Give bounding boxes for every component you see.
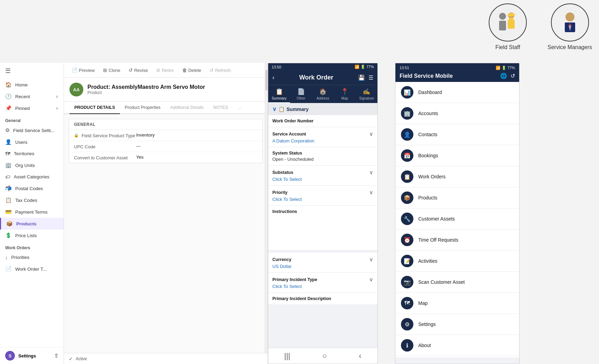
work-orders-section-label: Work Orders <box>0 241 64 252</box>
sidebar-item-pinned[interactable]: 📌 Pinned ∨ <box>0 102 64 114</box>
currency-dropdown[interactable]: ∨ <box>369 256 373 263</box>
revise-icon: ↺ <box>129 67 133 73</box>
fsm-nav-activities[interactable]: 📝 Activities <box>395 251 519 272</box>
sidebar-item-tax-codes[interactable]: 📋 Tax Codes <box>0 194 64 206</box>
refresh-button[interactable]: ↺ Refresh <box>206 66 234 75</box>
bottom-nav-menu[interactable]: ||| <box>284 352 290 361</box>
svg-rect-1 <box>499 21 506 30</box>
fsm-nav-accounts[interactable]: 🏢 Accounts <box>395 103 519 124</box>
fsm-products-icon: 📦 <box>404 195 411 201</box>
sidebar-item-work-order-types[interactable]: 📄 Work Order T... <box>0 263 64 275</box>
sidebar-settings-footer[interactable]: S Settings ⇧ <box>0 347 64 364</box>
sidebar-item-org-units[interactable]: 🏢 Org Units <box>0 159 64 171</box>
nav-tab-address[interactable]: 🏠 Address <box>312 85 334 103</box>
sidebar-item-home[interactable]: 🏠 Home <box>0 79 64 91</box>
sidebar-item-territories[interactable]: 🗺 Territories <box>0 148 64 159</box>
fsm-nav-settings[interactable]: ⚙ Settings <box>395 314 519 335</box>
fsm-nav-dashboard[interactable]: 📊 Dashboard <box>395 82 519 103</box>
status-text: Active <box>76 356 87 361</box>
fsm-nav-work-orders[interactable]: 📋 Work Orders <box>395 166 519 187</box>
tab-product-details[interactable]: PRODUCT DETAILS <box>69 102 120 114</box>
fsm-globe-icon[interactable]: 🌐 <box>500 73 507 79</box>
priority-dropdown[interactable]: ∨ <box>369 189 373 196</box>
work-order-mobile-screen: 13:50 📶 🔋 77% ‹ Work Order 💾 ☰ 📋 Summary… <box>268 63 378 364</box>
accounts-icon-circle: 🏢 <box>401 107 413 120</box>
scrollbar-thumb[interactable] <box>265 70 268 91</box>
personas-section: Field Staff Service Managers <box>489 3 592 54</box>
bookings-icon: 📅 <box>404 152 411 159</box>
field-staff-avatar <box>489 3 527 41</box>
fsm-refresh-icon[interactable]: ↺ <box>511 73 515 79</box>
delete-button[interactable]: 🗑 Delete <box>179 66 205 75</box>
menu-icon[interactable]: ☰ <box>368 74 373 81</box>
clone-icon: ⊞ <box>103 67 107 73</box>
service-account-field[interactable]: Service Account ∨ A Datum Corporation <box>268 127 377 147</box>
dashboard-icon-circle: 📊 <box>401 86 413 99</box>
sidebar-item-priorities[interactable]: ↓ Priorities <box>0 252 64 263</box>
sidebar-item-products[interactable]: 📦 Products <box>0 218 64 230</box>
svg-point-0 <box>499 13 506 20</box>
work-order-header: ‹ Work Order 💾 ☰ <box>268 71 377 85</box>
primary-incident-type-field[interactable]: Primary Incident Type ∨ Click To Select <box>268 273 377 293</box>
retire-button[interactable]: ⊘ Retire <box>153 66 177 75</box>
price-lists-icon: 💲 <box>5 232 12 239</box>
primary-incident-dropdown[interactable]: ∨ <box>369 276 373 283</box>
tab-additional-details[interactable]: Additional Details <box>165 102 208 114</box>
service-account-dropdown[interactable]: ∨ <box>369 131 373 137</box>
field-row-convert-asset: Convert to Customer Asset Yes <box>69 152 262 163</box>
summary-section-header: ∨ 📋 Summary <box>268 103 377 115</box>
preview-button[interactable]: 📄 Preview <box>68 66 98 75</box>
fsm-nav-bookings[interactable]: 📅 Bookings <box>395 145 519 166</box>
bottom-nav-back[interactable]: ‹ <box>359 352 361 361</box>
hamburger-menu[interactable]: ☰ <box>0 63 64 79</box>
nav-tab-other[interactable]: 📄 Other <box>290 85 312 103</box>
work-orders-icon-circle: 📋 <box>401 170 413 183</box>
fsm-nav-map[interactable]: 🗺 Map <box>395 293 519 314</box>
fsm-nav-products[interactable]: 📦 Products <box>395 187 519 208</box>
svg-rect-3 <box>508 20 515 29</box>
tab-notes[interactable]: NOTES <box>208 102 233 114</box>
sidebar-item-payment-terms[interactable]: 💳 Payment Terms <box>0 206 64 218</box>
instructions-label: Instructions <box>268 206 377 215</box>
fsm-nav-scan-customer-asset[interactable]: 📷 Scan Customer Asset <box>395 272 519 293</box>
revise-button[interactable]: ↺ Revise <box>125 66 151 75</box>
currency-field[interactable]: Currency ∨ US Dollar <box>268 253 377 273</box>
about-icon: ℹ <box>406 342 408 349</box>
sidebar-item-users[interactable]: 👤 Users <box>0 136 64 148</box>
mobile-signal: 📶 🔋 77% <box>355 65 374 69</box>
fsm-status-bar: 13:51 📶 🔋 77% <box>400 65 515 71</box>
sidebar-item-field-service-settings[interactable]: ⚙ Field Service Setti... <box>0 124 64 136</box>
time-off-icon-circle: ⏰ <box>401 234 413 246</box>
back-button[interactable]: ‹ <box>272 74 274 81</box>
sidebar-item-recent[interactable]: 🕐 Recent ∨ <box>0 91 64 102</box>
fsm-nav-customer-assets[interactable]: 🔧 Customer Assets <box>395 208 519 230</box>
fsm-nav-feedback[interactable]: 💬 Feedback <box>395 356 519 357</box>
tab-product-properties[interactable]: Product Properties <box>120 102 166 114</box>
substatus-field[interactable]: Substatus ∨ Click To Select <box>268 166 377 186</box>
sidebar-item-price-lists[interactable]: 💲 Price Lists <box>0 230 64 241</box>
nav-tab-signature[interactable]: ✍ Signature <box>356 85 377 103</box>
scrollbar[interactable] <box>265 63 268 364</box>
record-title: Product: AssemblyMaestro Arm Servo Motor <box>87 84 205 90</box>
priority-field[interactable]: Priority ∨ Click To Select <box>268 186 377 206</box>
bottom-nav-home[interactable]: ○ <box>322 352 327 361</box>
activities-icon: 📝 <box>404 258 411 264</box>
save-icon[interactable]: 💾 <box>358 74 365 81</box>
nav-tab-summary[interactable]: 📋 Summary <box>268 85 290 103</box>
sidebar-item-postal-codes[interactable]: 📬 Postal Codes <box>0 183 64 194</box>
fsm-time: 13:51 <box>400 66 409 70</box>
fsm-nav-about[interactable]: ℹ About <box>395 335 519 356</box>
nav-tab-map[interactable]: 📍 Map <box>334 85 356 103</box>
service-managers-avatar <box>551 3 589 41</box>
sidebar-item-asset-categories[interactable]: 🏷 Asset Categories <box>0 171 64 183</box>
signature-nav-icon: ✍ <box>363 88 370 95</box>
settings-expand-icon: ⇧ <box>54 353 58 359</box>
summary-nav-icon: 📋 <box>275 88 283 95</box>
fsm-nav-contacts[interactable]: 👤 Contacts <box>395 124 519 145</box>
fsm-nav-time-off[interactable]: ⏰ Time Off Requests <box>395 230 519 251</box>
section-icon: 📋 <box>279 106 284 112</box>
tab-more[interactable]: ... <box>233 102 246 114</box>
substatus-dropdown[interactable]: ∨ <box>369 169 373 176</box>
field-row-upc-code: UPC Code --- <box>69 141 262 152</box>
clone-button[interactable]: ⊞ Clone <box>100 66 124 75</box>
